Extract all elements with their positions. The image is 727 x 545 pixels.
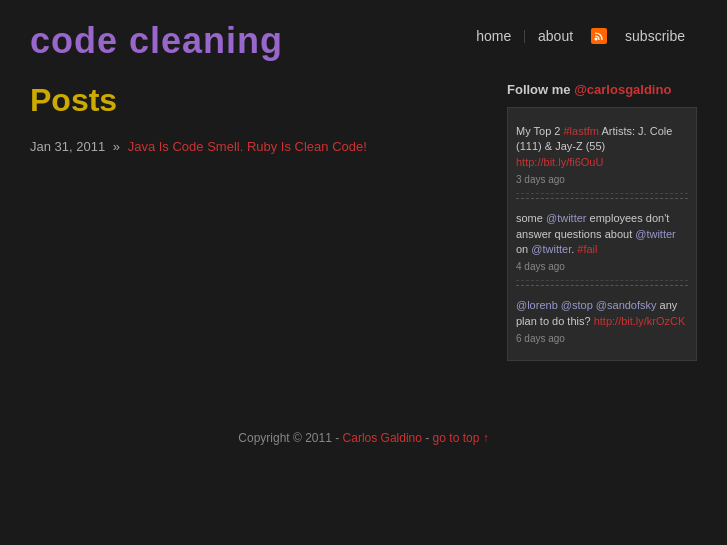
page-wrapper: code cleaning home | about subscribe Pos… xyxy=(0,0,727,465)
hashtag: #fail xyxy=(577,243,597,255)
hashtag: #lastfm xyxy=(564,125,599,137)
nav-subscribe[interactable]: subscribe xyxy=(613,28,697,44)
twitter-username[interactable]: @carlosgaldino xyxy=(574,82,671,97)
mention: @lorenb xyxy=(516,299,558,311)
follow-me-header: Follow me @carlosgaldino xyxy=(507,82,697,97)
main-content: Posts Jan 31, 2011 » Java Is Code Smell.… xyxy=(0,82,727,361)
tweet-time: 6 days ago xyxy=(516,333,688,344)
post-date: Jan 31, 2011 xyxy=(30,139,105,154)
left-column: Posts Jan 31, 2011 » Java Is Code Smell.… xyxy=(30,82,487,361)
tweet-item: My Top 2 #lastfm Artists: J. Cole (111) … xyxy=(516,116,688,194)
tweet-item: @lorenb @stop @sandofsky any plan to do … xyxy=(516,290,688,352)
tweet-time: 4 days ago xyxy=(516,261,688,272)
svg-point-0 xyxy=(595,38,598,41)
header: code cleaning home | about subscribe xyxy=(0,0,727,72)
tweet-divider xyxy=(516,285,688,286)
mention: @stop xyxy=(561,299,593,311)
tweet-link[interactable]: http://bit.ly/krOzCK xyxy=(594,315,686,327)
tweet-item: some @twitter employees don't answer que… xyxy=(516,203,688,281)
footer-separator: - xyxy=(422,431,433,445)
footer: Copyright © 2011 - Carlos Galdino - go t… xyxy=(0,401,727,465)
post-link[interactable]: Java Is Code Smell. Ruby Is Clean Code! xyxy=(128,139,367,154)
post-entry: Jan 31, 2011 » Java Is Code Smell. Ruby … xyxy=(30,139,487,154)
nav-home[interactable]: home xyxy=(464,28,523,44)
mention: @twitter xyxy=(546,212,587,224)
tweet-divider xyxy=(516,198,688,199)
author-link[interactable]: Carlos Galdino xyxy=(343,431,422,445)
nav-about[interactable]: about xyxy=(526,28,585,44)
post-arrow: » xyxy=(113,139,120,154)
mention: @twitter xyxy=(635,228,676,240)
rss-icon[interactable] xyxy=(591,28,607,44)
mention: @sandofsky xyxy=(596,299,657,311)
sidebar: Follow me @carlosgaldino My Top 2 #lastf… xyxy=(507,82,697,361)
tweet-text: some @twitter employees don't answer que… xyxy=(516,211,688,257)
posts-heading: Posts xyxy=(30,82,487,119)
tweet-link[interactable]: http://bit.ly/fi6OuU xyxy=(516,156,603,168)
tweet-text: My Top 2 #lastfm Artists: J. Cole (111) … xyxy=(516,124,688,170)
goto-top-link[interactable]: go to top ↑ xyxy=(433,431,489,445)
site-title: code cleaning xyxy=(30,20,283,62)
follow-label: Follow me xyxy=(507,82,574,97)
mention: @twitter xyxy=(531,243,571,255)
navigation: home | about subscribe xyxy=(464,20,697,44)
tweet-box: My Top 2 #lastfm Artists: J. Cole (111) … xyxy=(507,107,697,361)
tweet-text: @lorenb @stop @sandofsky any plan to do … xyxy=(516,298,688,329)
copyright-text: Copyright © 2011 - xyxy=(238,431,342,445)
tweet-time: 3 days ago xyxy=(516,174,688,185)
